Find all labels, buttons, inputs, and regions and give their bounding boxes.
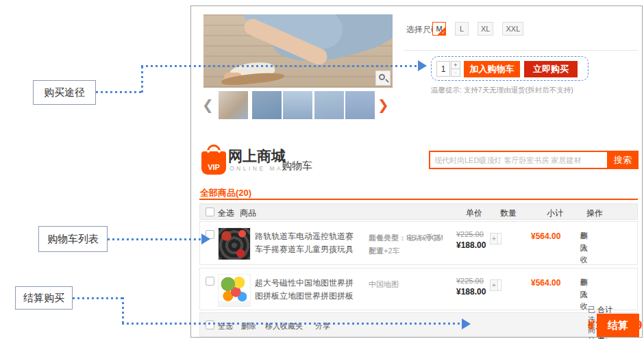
selected-corner-icon: ✓ [438, 27, 445, 35]
cart-section-header: 全部商品(20) [199, 186, 638, 200]
leader-line-1c [141, 65, 418, 67]
leader-line-3b [122, 297, 124, 323]
leader-line-3c [122, 323, 462, 325]
product-main-photo[interactable] [203, 14, 393, 88]
quantity-decrease-button[interactable]: - [451, 68, 460, 77]
cart-row: 路轨轨道车电动遥控轨道赛车手摇赛道车儿童男孩玩具益智智力动脑 套餐类型：电动+手… [199, 221, 638, 265]
row-qty-increase-button[interactable]: + [490, 233, 498, 244]
col-unit-price: 单价 [466, 208, 482, 219]
row-checkbox[interactable] [206, 277, 214, 286]
size-chip-m[interactable]: M ✓ [432, 22, 446, 36]
col-operation: 操作 [586, 208, 603, 219]
product-title[interactable]: 路轨轨道车电动遥控轨道赛车手摇赛道车儿童男孩玩具益智智力动脑 [255, 230, 359, 256]
search-button[interactable]: 搜索 [607, 151, 639, 169]
leader-line-1b [141, 66, 143, 92]
cart-row: 超大号磁性中国地图世界拼图拼板立地图世界拼图拼板立体木质早教益智力学生地理男 中… [199, 268, 638, 310]
search-input[interactable] [429, 151, 608, 169]
row-qty-increase-button[interactable]: + [490, 279, 498, 291]
thumbnail-2[interactable] [252, 91, 282, 119]
annotation-purchase-path: 购买途径 [33, 80, 96, 105]
buy-now-button[interactable]: 立即购买 [524, 61, 578, 77]
select-all-checkbox[interactable] [206, 208, 214, 216]
annotation-checkout: 结算购买 [15, 286, 73, 310]
add-to-cart-button[interactable]: 加入购物车 [464, 61, 520, 77]
logo-badge: VIP [201, 163, 226, 171]
cart-table-header: 全选 商品 单价 数量 小计 操作 [199, 203, 638, 220]
annotation-cart-list: 购物车列表 [38, 226, 108, 252]
thumbnail-4[interactable] [314, 91, 344, 119]
quantity-input[interactable] [436, 61, 450, 77]
size-chip-xxl[interactable]: XXL [502, 22, 523, 36]
return-policy-tip: 温馨提示: 支持7天无理由退货(拆封后不支持) [431, 86, 573, 95]
thumbnail-3[interactable] [283, 91, 312, 119]
size-options: M ✓ L XL XXL [432, 22, 523, 36]
product-image-china-map[interactable] [218, 274, 251, 307]
cart-section-title: 全部商品(20) [200, 187, 251, 199]
col-quantity: 数量 [500, 208, 517, 219]
col-select-all: 全选 [218, 208, 234, 219]
leader-arrow-3 [462, 318, 471, 329]
product-title[interactable]: 超大号磁性中国地图世界拼图拼板立地图世界拼图拼板立体木质早教益智力学生地理男 [255, 277, 359, 303]
leader-line-2 [108, 238, 201, 240]
product-cart-panel: ❮ ❯ 选择尺码: M ✓ L XL XXL + - 加入购物车 立即购买 温馨… [190, 5, 643, 338]
leader-line-1a [96, 91, 143, 93]
vip-bag-logo-icon: VIP [201, 145, 226, 175]
thumbnail-strip [219, 91, 376, 119]
size-chip-l[interactable]: L [455, 22, 469, 36]
col-subtotal: 小计 [547, 208, 563, 219]
thumbs-prev-icon[interactable]: ❮ [202, 97, 213, 113]
cart-footer-bar: 全选 删除 移入收藏夹 分享 已选商品 6 件 合计（不含运费）： ¥1499.… [199, 312, 638, 337]
product-image-track-toy[interactable] [218, 227, 251, 260]
zoom-icon[interactable] [375, 71, 391, 86]
thumbnail-1[interactable] [219, 91, 248, 119]
site-title: 网上商城 [228, 147, 286, 166]
delete-link[interactable]: 删除 [580, 230, 588, 254]
row-subtotal: ¥564.00 [531, 231, 569, 241]
leader-line-3a [73, 297, 123, 299]
divider [404, 50, 638, 51]
leader-arrow-1 [418, 60, 427, 71]
thumbs-next-icon[interactable]: ❯ [377, 97, 388, 113]
footer-select-all-checkbox[interactable] [206, 321, 214, 329]
leader-arrow-2 [201, 234, 210, 244]
col-product: 商品 [240, 208, 256, 219]
checkout-button[interactable]: 结算 [597, 314, 639, 337]
thumbnail-5[interactable] [345, 91, 375, 119]
page-title: 购物车 [282, 160, 312, 173]
size-chip-xl[interactable]: XL [478, 22, 493, 36]
row-subtotal: ¥564.00 [531, 278, 569, 288]
delete-link[interactable]: 删除 [580, 277, 588, 301]
